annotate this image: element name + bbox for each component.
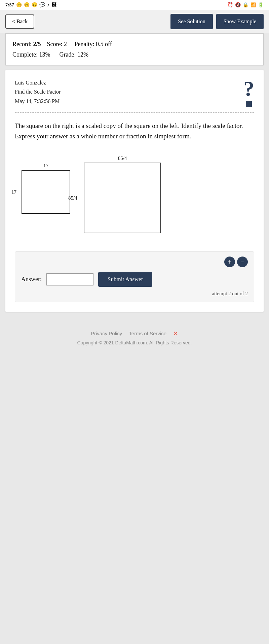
photo-icon: 🖼: [51, 2, 56, 8]
submit-answer-button[interactable]: Submit Answer: [98, 272, 152, 287]
problem-header: Luis Gonzalez Find the Scale Factor May …: [15, 78, 254, 107]
problem-meta: Luis Gonzalez Find the Scale Factor May …: [15, 78, 61, 106]
minus-button[interactable]: −: [237, 257, 248, 267]
grade-label: Grade:: [60, 51, 76, 58]
complete-value: 13%: [39, 51, 50, 58]
signal-bars-icon: 📶: [251, 2, 256, 8]
alarm-icon: ⏰: [227, 2, 233, 8]
penalty-label: Penalty:: [74, 41, 94, 47]
back-button[interactable]: < Back: [5, 14, 34, 29]
status-left: 7:57 😊 😊 😊 💬 ♪ 🖼: [5, 2, 56, 8]
footer: Privacy Policy Terms of Service ✕ Copyri…: [0, 316, 269, 352]
plus-button[interactable]: +: [224, 257, 235, 267]
stats-line2: Complete: 13% Grade: 12%: [12, 49, 257, 60]
right-square-top-label: 85/4: [84, 156, 161, 161]
battery-icon: 🔋: [258, 2, 264, 8]
footer-links: Privacy Policy Terms of Service ✕: [5, 330, 264, 337]
face-icon3: 😊: [32, 2, 37, 8]
answer-section: + − Answer: Submit Answer attempt 2 out …: [15, 251, 254, 302]
status-right: ⏰ 🔇 🔒 📶 🔋: [227, 2, 264, 8]
penalty-value: 0.5 off: [96, 41, 112, 47]
record-label: Record:: [12, 41, 32, 47]
see-solution-button[interactable]: See Solution: [170, 14, 213, 29]
left-square-container: 17 17: [22, 163, 70, 215]
attempt-text: attempt 2 out of 2: [21, 291, 248, 297]
answer-label: Answer:: [21, 276, 42, 283]
copyright-text: Copyright © 2021 DeltaMath.com. All Righ…: [5, 340, 264, 345]
score-value: 2: [64, 41, 67, 47]
student-name: Luis Gonzalez: [15, 78, 61, 87]
answer-input[interactable]: [46, 273, 93, 285]
left-square: [22, 170, 70, 214]
problem-title: Find the Scale Factor: [15, 87, 61, 96]
help-icon[interactable]: ?: [243, 78, 254, 107]
right-square-container: 85/4 85/4: [84, 156, 161, 235]
diagram-area: 17 17 85/4 85/4: [15, 152, 254, 238]
face-icon2: 😊: [24, 2, 30, 8]
grade-value: 12%: [77, 51, 88, 58]
mute-icon: 🔇: [235, 2, 241, 8]
answer-controls-top: + −: [21, 257, 248, 267]
close-icon[interactable]: ✕: [173, 330, 178, 337]
record-value: 2/5: [33, 41, 41, 47]
main-card: Luis Gonzalez Find the Scale Factor May …: [5, 70, 264, 312]
face-icon1: 😊: [16, 2, 22, 8]
question-mark-square: [246, 101, 252, 107]
stats-line1: Record: 2/5 Score: 2 Penalty: 0.5 off: [12, 39, 257, 49]
messenger-icon: 💬: [39, 2, 45, 8]
privacy-policy-link[interactable]: Privacy Policy: [91, 331, 122, 336]
complete-label: Complete:: [12, 51, 38, 58]
section-divider: [15, 112, 254, 113]
terms-of-service-link[interactable]: Terms of Service: [129, 331, 166, 336]
right-square: [84, 163, 161, 233]
nav-bar: < Back See Solution Show Example: [0, 10, 269, 33]
problem-datetime: May 14, 7:32:56 PM: [15, 97, 61, 106]
status-bar: 7:57 😊 😊 😊 💬 ♪ 🖼 ⏰ 🔇 🔒 📶 🔋: [0, 0, 269, 10]
left-square-left-label: 17: [11, 189, 16, 195]
score-label: Score:: [47, 41, 63, 47]
lock-icon: 🔒: [243, 2, 248, 8]
answer-row: Answer: Submit Answer: [21, 272, 248, 287]
stats-box: Record: 2/5 Score: 2 Penalty: 0.5 off Co…: [5, 33, 264, 65]
tiktok-icon: ♪: [47, 2, 49, 8]
show-example-button[interactable]: Show Example: [216, 14, 264, 29]
time-display: 7:57: [5, 2, 14, 8]
right-square-left-label: 85/4: [68, 195, 77, 201]
problem-text: The square on the right is a scaled copy…: [15, 121, 254, 141]
left-square-top-label: 17: [22, 163, 70, 169]
